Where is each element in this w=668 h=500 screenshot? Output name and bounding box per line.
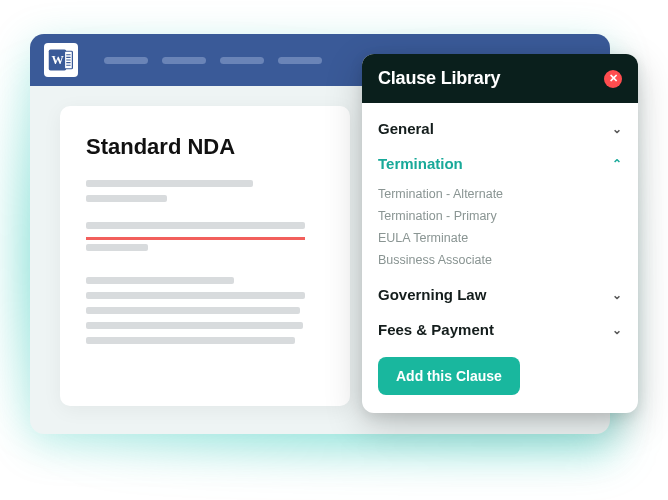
category-governing-law[interactable]: Governing Law ⌄ (378, 277, 622, 312)
text-line (86, 292, 305, 299)
text-line (86, 244, 148, 251)
category-general[interactable]: General ⌄ (378, 111, 622, 146)
ribbon-tab[interactable] (278, 57, 322, 64)
text-line (86, 277, 234, 284)
panel-body: General ⌄ Termination ⌃ Termination - Al… (362, 103, 638, 413)
clause-item[interactable]: Termination - Primary (378, 205, 622, 227)
close-icon[interactable]: ✕ (604, 70, 622, 88)
svg-text:W: W (51, 53, 64, 67)
redline-change (86, 237, 305, 240)
text-line (86, 322, 303, 329)
chevron-down-icon: ⌄ (612, 323, 622, 337)
category-label: General (378, 120, 434, 137)
category-label: Fees & Payment (378, 321, 494, 338)
text-line (86, 222, 305, 229)
ribbon-tab[interactable] (162, 57, 206, 64)
document-page: Standard NDA (60, 106, 350, 406)
document-title: Standard NDA (86, 134, 324, 160)
clause-item[interactable]: EULA Terminate (378, 227, 622, 249)
clause-item[interactable]: Termination - Alternate (378, 183, 622, 205)
clause-library-panel: Clause Library ✕ General ⌄ Termination ⌃… (362, 54, 638, 413)
category-fees-payment[interactable]: Fees & Payment ⌄ (378, 312, 622, 347)
chevron-down-icon: ⌄ (612, 122, 622, 136)
category-label: Governing Law (378, 286, 486, 303)
termination-items: Termination - Alternate Termination - Pr… (378, 181, 622, 277)
clause-item[interactable]: Bussiness Associate (378, 249, 622, 271)
word-w-glyph: W (47, 46, 75, 74)
panel-header: Clause Library ✕ (362, 54, 638, 103)
text-line (86, 337, 295, 344)
chevron-down-icon: ⌄ (612, 288, 622, 302)
ribbon-tabs (104, 57, 322, 64)
category-label: Termination (378, 155, 463, 172)
text-line (86, 195, 167, 202)
text-line (86, 180, 253, 187)
word-icon: W (44, 43, 78, 77)
ribbon-tab[interactable] (104, 57, 148, 64)
category-termination[interactable]: Termination ⌃ (378, 146, 622, 181)
chevron-up-icon: ⌃ (612, 157, 622, 171)
panel-title: Clause Library (378, 68, 500, 89)
text-line (86, 307, 300, 314)
ribbon-tab[interactable] (220, 57, 264, 64)
add-clause-button[interactable]: Add this Clause (378, 357, 520, 395)
